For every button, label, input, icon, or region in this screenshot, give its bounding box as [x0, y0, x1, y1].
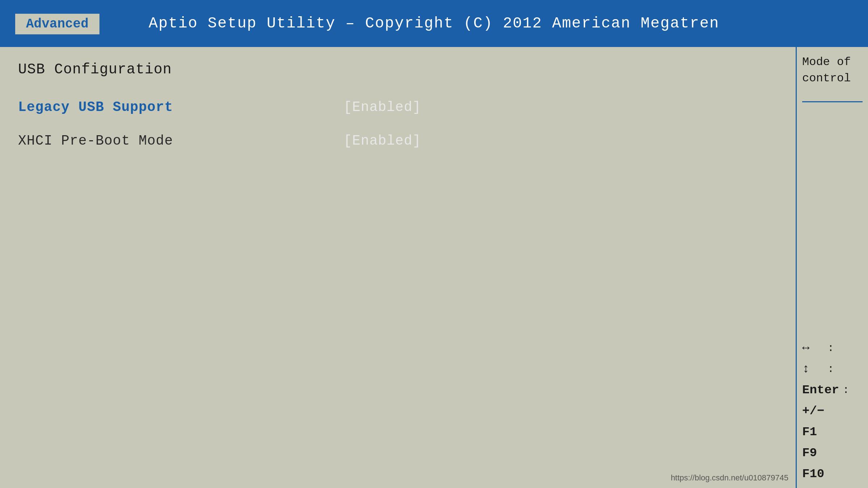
key-item-arrows-ud: ↕ : — [802, 362, 863, 376]
tab-container: Advanced — [14, 13, 100, 34]
section-title: USB Configuration — [18, 61, 778, 78]
key-legend: ↔ : ↕ : Enter : +/− F1 F9 F10 — [802, 341, 863, 481]
key-item-f10: F10 — [802, 467, 863, 481]
right-sidebar: Mode of control ↔ : ↕ : Enter : +/− F1 — [796, 47, 868, 488]
f1-key-label: F1 — [802, 425, 824, 439]
plusminus-key-label: +/− — [802, 404, 824, 418]
header-title: Aptio Setup Utility – Copyright (C) 2012… — [149, 15, 719, 32]
enter-key-label: Enter — [802, 383, 839, 397]
key-item-f1: F1 — [802, 425, 863, 439]
f10-key-label: F10 — [802, 467, 824, 481]
key-item-plusminus: +/− — [802, 404, 863, 418]
sidebar-help-text: Mode of control — [802, 54, 863, 87]
config-item-legacy-usb[interactable]: Legacy USB Support [Enabled] — [18, 96, 778, 119]
xhci-label: XHCI Pre-Boot Mode — [18, 133, 271, 149]
f9-key-label: F9 — [802, 446, 824, 460]
watermark: https://blog.csdn.net/u010879745 — [671, 473, 788, 483]
config-item-xhci[interactable]: XHCI Pre-Boot Mode [Enabled] — [18, 129, 778, 152]
arrows-lr-icon: ↔ — [802, 341, 824, 355]
key-item-arrows-lr: ↔ : — [802, 341, 863, 355]
xhci-value: [Enabled] — [344, 133, 421, 149]
key-item-enter: Enter : — [802, 383, 863, 397]
legacy-usb-value: [Enabled] — [344, 99, 421, 115]
key-item-f9: F9 — [802, 446, 863, 460]
header-bar: Advanced Aptio Setup Utility – Copyright… — [0, 0, 868, 47]
center-panel: USB Configuration Legacy USB Support [En… — [0, 47, 796, 488]
arrows-ud-icon: ↕ — [802, 362, 824, 376]
sidebar-divider — [802, 101, 863, 102]
tab-advanced[interactable]: Advanced — [14, 13, 100, 34]
main-content: USB Configuration Legacy USB Support [En… — [0, 47, 868, 488]
legacy-usb-label: Legacy USB Support — [18, 99, 271, 115]
